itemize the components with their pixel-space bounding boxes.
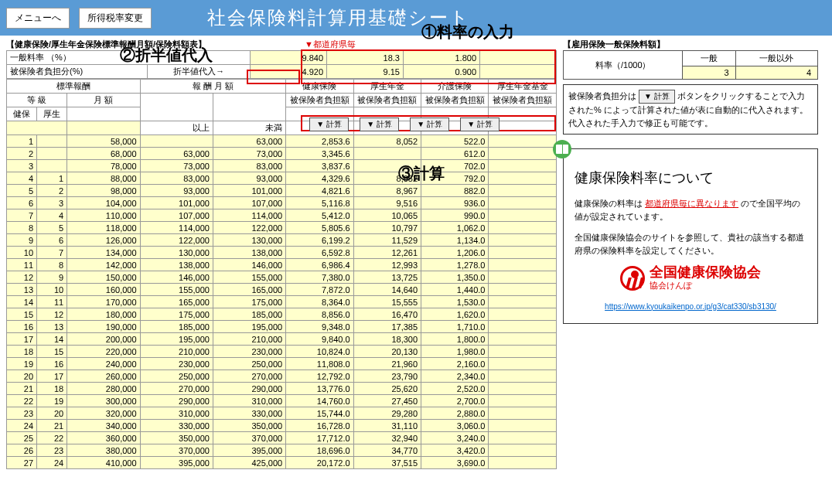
desc-text-1: 被保険者負担分は [568, 91, 636, 100]
calc-button-care[interactable]: ▼ 計算 [410, 117, 449, 131]
emp-ins-title: 【雇用保険一般保険料額】 [563, 39, 818, 50]
rate-input-table: 一般料率 （%） 9.840 18.3 1.800 被保険者負担分(%) 折半値… [6, 50, 557, 79]
hdr-share-1: 被保険者負担額 [286, 94, 353, 107]
hdr-miman-cell: 未満 [213, 121, 285, 135]
table-row: 268,00063,00073,0003,345.6612.0 [7, 148, 557, 160]
hdr-monthly-pay: 報 酬 月 額 [140, 80, 286, 94]
info-title: 健康保険料率について [575, 168, 806, 189]
book-icon [553, 140, 571, 158]
hdr-care: 介護保険 [421, 80, 489, 94]
share-fund[interactable] [480, 65, 557, 79]
table-row: 4188,00083,00093,0004,329.68,052792.0 [7, 172, 557, 185]
table-row: 2017260,000250,000270,00012,792.023,7902… [7, 370, 557, 383]
kenpo-url[interactable]: https://www.kyoukaikenpo.or.jp/g3/cat330… [605, 302, 776, 311]
table-row: 378,00073,00083,0003,837.6702.0 [7, 160, 557, 172]
table-row: 158,00063,0002,853.68,052522.0 [7, 135, 557, 148]
rate-label: 料率（/1000） [564, 51, 683, 80]
emp-ins-rate-table: 料率（/1000） 一般 一般以外 3 4 [563, 50, 818, 80]
hdr-std-pay: 標準報酬 [7, 80, 141, 94]
main-data-table: 標準報酬 報 酬 月 額 健康保険 厚生年金 介護保険 厚生年金基金 等 級 月… [6, 79, 557, 469]
left-section-title: 【健康保険/厚生年金保険標準報酬月額/保険料額表】 [6, 39, 206, 50]
table-row: 118142,000138,000146,0006,986.412,9931,2… [7, 259, 557, 271]
table-row: 1613190,000185,000195,0009,348.017,3851,… [7, 321, 557, 333]
table-row: 1916240,000230,000250,00011,808.021,9602… [7, 358, 557, 370]
rate-pension[interactable]: 18.3 [327, 51, 404, 65]
general-rate-label: 一般料率 （%） [7, 51, 251, 65]
table-row: 1310160,000155,000165,0007,872.014,6401,… [7, 284, 557, 296]
share-health[interactable]: 4.920 [251, 65, 327, 79]
table-row: 85118,000114,000122,0005,805.610,7971,06… [7, 222, 557, 234]
rate-fund[interactable] [480, 51, 557, 65]
table-row: 2118280,000270,000290,00013,776.025,6202… [7, 383, 557, 395]
calc-button-pension[interactable]: ▼ 計算 [360, 117, 399, 131]
hdr-monthly: 月 額 [67, 94, 140, 107]
hdr-fund: 厚生年金基金 [489, 80, 557, 94]
info-link-pref: 都道府県毎に異なります [645, 199, 738, 208]
insured-share-label: 被保険者負担分(%) [7, 65, 148, 79]
info-box: 健康保険料率について 健康保険の料率は 都道府県毎に異なります ので全国平均の値… [563, 148, 818, 324]
hdr-grade: 等 級 [7, 94, 67, 107]
half-substitute-button[interactable]: 折半値代入→ [148, 65, 251, 79]
table-row: 1714200,000195,000210,0009,840.018,3001,… [7, 333, 557, 346]
table-row: 2320320,000310,000330,00015,744.029,2802… [7, 407, 557, 420]
hdr-health: 健康保険 [286, 80, 353, 94]
hdr-general: 一般 [683, 51, 735, 66]
calc-buttons-row: ▼ 計算 ▼ 計算 ▼ 計算 ▼ 計算 [304, 117, 505, 131]
share-care[interactable]: 0.900 [404, 65, 480, 79]
table-row: 2219300,000290,000310,00014,760.027,4502… [7, 395, 557, 407]
calc-button-fund[interactable]: ▼ 計算 [460, 117, 500, 131]
desc-calc-button[interactable]: ▼ 計算 [639, 90, 675, 104]
table-row: 63104,000101,000107,0005,116.89,516936.0 [7, 197, 557, 209]
menu-button[interactable]: メニューへ [6, 8, 70, 29]
table-row: 1411170,000165,000175,0008,364.015,5551,… [7, 296, 557, 308]
kenpo-logo: 全国健康保険協会 協会けんぽ [575, 265, 806, 292]
table-row: 129150,000146,000155,0007,380.013,7251,3… [7, 271, 557, 284]
hdr-ijou-cell: 以上 [140, 121, 213, 135]
val-non-general[interactable]: 4 [735, 66, 817, 80]
kenpo-name: 全国健康保険協会 [650, 265, 761, 279]
tax-rate-change-button[interactable]: 所得税率変更 [79, 8, 152, 29]
kenpo-sub: 協会けんぽ [650, 279, 761, 292]
table-row: 5298,00093,000101,0004,821.68,967882.0 [7, 185, 557, 197]
hdr-share-3: 被保険者負担額 [421, 94, 489, 107]
pref-label: ▼都道府県毎 [305, 39, 356, 50]
rate-care[interactable]: 1.800 [404, 51, 480, 65]
table-row: 2522360,000350,000370,00017,712.032,9403… [7, 432, 557, 444]
kenpo-mark-icon [620, 266, 645, 291]
hdr-kenpo: 健保 [7, 107, 37, 121]
val-general[interactable]: 3 [683, 66, 735, 80]
hdr-share-2: 被保険者負担額 [353, 94, 421, 107]
table-row: 2623380,000370,000395,00018,696.034,7703… [7, 444, 557, 457]
hdr-share-4: 被保険者負担額 [489, 94, 557, 107]
table-row: 1512180,000175,000185,0008,856.016,4701,… [7, 308, 557, 321]
rate-health[interactable]: 9.840 [251, 51, 327, 65]
table-row: 107134,000130,000138,0006,592.812,2611,2… [7, 247, 557, 259]
calc-button-health[interactable]: ▼ 計算 [309, 117, 349, 131]
table-row: 2421340,000330,000350,00016,728.031,1103… [7, 420, 557, 432]
hdr-kousei: 厚生 [37, 107, 67, 121]
header-bar: メニューへ 所得税率変更 社会保険料計算用基礎シート [0, 0, 832, 36]
table-row: 1815220,000210,000230,00010,824.020,1301… [7, 346, 557, 358]
desc-box: 被保険者負担分は ▼ 計算 ボタンをクリックすることで入力された% によって計算… [563, 84, 818, 135]
table-row: 96126,000122,000130,0006,199.211,5291,13… [7, 234, 557, 247]
info-p1: 健康保険の料率は 都道府県毎に異なります ので全国平均の値が設定されています。 [575, 197, 806, 223]
hdr-non-general: 一般以外 [735, 51, 817, 66]
page-title: 社会保険料計算用基礎シート [207, 5, 470, 30]
share-pension[interactable]: 9.15 [327, 65, 404, 79]
info-p2: 全国健康保険協会のサイトを参照して、貴社の該当する都道府県の保険料率を設定してく… [575, 231, 806, 257]
table-row: 2724410,000395,000425,00020,172.037,5153… [7, 457, 557, 469]
table-row: 74110,000107,000114,0005,412.010,065990.… [7, 209, 557, 222]
hdr-pension: 厚生年金 [353, 80, 421, 94]
